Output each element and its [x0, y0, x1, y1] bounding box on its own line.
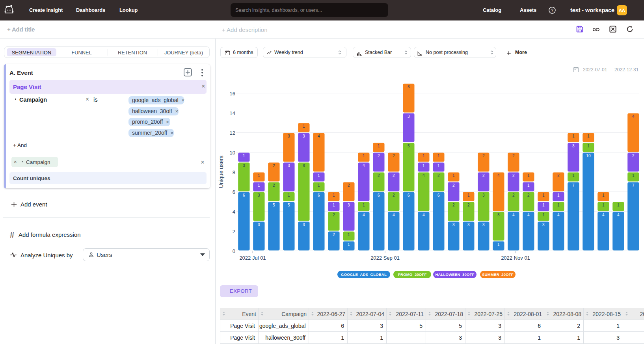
svg-text:1: 1 [363, 203, 365, 207]
svg-text:6: 6 [243, 193, 245, 197]
svg-text:2: 2 [452, 183, 455, 188]
svg-text:2: 2 [378, 154, 380, 158]
svg-text:3: 3 [243, 164, 245, 168]
svg-text:2: 2 [333, 213, 335, 217]
svg-text:1: 1 [587, 134, 590, 138]
svg-text:3: 3 [452, 223, 455, 227]
svg-text:1: 1 [452, 173, 455, 178]
svg-text:1: 1 [467, 193, 470, 197]
svg-text:4: 4 [363, 213, 365, 217]
svg-text:1: 1 [243, 154, 245, 158]
svg-text:1: 1 [527, 183, 530, 188]
svg-text:1: 1 [258, 173, 260, 178]
svg-text:2: 2 [527, 193, 530, 197]
svg-text:1: 1 [587, 144, 590, 148]
svg-text:14: 14 [230, 110, 235, 116]
svg-text:2: 2 [632, 154, 635, 158]
svg-text:1: 1 [378, 144, 380, 148]
svg-text:3: 3 [303, 134, 305, 138]
svg-text:3: 3 [288, 134, 290, 138]
svg-text:3: 3 [542, 223, 545, 227]
svg-text:2: 2 [452, 203, 455, 207]
svg-text:2: 2 [512, 193, 515, 197]
svg-text:5: 5 [273, 203, 275, 207]
svg-text:3: 3 [408, 85, 410, 89]
svg-text:3: 3 [408, 114, 410, 119]
svg-text:2: 2 [233, 229, 235, 234]
svg-text:1: 1 [423, 154, 425, 158]
svg-text:3: 3 [467, 223, 470, 227]
svg-text:1: 1 [602, 193, 605, 197]
svg-text:1: 1 [542, 213, 545, 217]
svg-text:1: 1 [333, 203, 335, 207]
svg-text:1: 1 [333, 193, 335, 197]
svg-text:1: 1 [303, 124, 305, 128]
svg-text:4: 4 [423, 173, 425, 178]
svg-text:2: 2 [482, 154, 485, 158]
svg-text:2: 2 [273, 164, 275, 168]
svg-text:4: 4 [512, 213, 515, 217]
svg-text:3: 3 [288, 164, 290, 168]
svg-text:6: 6 [378, 193, 380, 197]
svg-text:4: 4 [557, 213, 560, 217]
svg-text:1: 1 [632, 173, 635, 178]
svg-text:1: 1 [258, 183, 260, 188]
svg-text:2: 2 [512, 173, 515, 178]
svg-text:3: 3 [497, 213, 500, 217]
svg-text:1: 1 [542, 203, 545, 207]
svg-text:1: 1 [348, 232, 350, 237]
svg-text:2: 2 [273, 183, 275, 188]
svg-text:1: 1 [572, 134, 575, 138]
svg-text:6: 6 [233, 189, 235, 195]
svg-text:5: 5 [408, 144, 410, 148]
svg-text:4: 4 [602, 213, 605, 217]
svg-text:4: 4 [393, 213, 395, 217]
svg-text:1: 1 [542, 193, 545, 197]
svg-text:2: 2 [467, 203, 470, 207]
svg-text:2022 Sep 01: 2022 Sep 01 [370, 255, 400, 261]
svg-text:1: 1 [557, 203, 560, 207]
svg-text:6: 6 [408, 193, 410, 197]
svg-text:1: 1 [318, 183, 320, 188]
svg-text:2: 2 [348, 183, 350, 188]
svg-text:3: 3 [348, 203, 350, 207]
svg-text:7: 7 [632, 183, 635, 188]
svg-text:1: 1 [497, 242, 500, 247]
svg-text:3: 3 [482, 193, 485, 197]
svg-text:2: 2 [393, 154, 395, 158]
svg-text:16: 16 [230, 91, 235, 97]
svg-text:3: 3 [303, 223, 305, 227]
svg-text:4: 4 [632, 114, 635, 119]
svg-text:0: 0 [233, 248, 235, 254]
svg-text:2: 2 [393, 193, 395, 197]
svg-text:1: 1 [318, 173, 320, 178]
svg-text:2: 2 [333, 232, 335, 237]
svg-text:4: 4 [497, 173, 500, 178]
svg-text:1: 1 [572, 173, 575, 178]
svg-text:4: 4 [617, 213, 620, 217]
svg-text:5: 5 [288, 203, 290, 207]
svg-text:10: 10 [586, 154, 591, 158]
svg-text:1: 1 [602, 203, 605, 207]
svg-text:6: 6 [437, 193, 440, 197]
svg-text:3: 3 [258, 193, 260, 197]
svg-text:2: 2 [557, 173, 560, 178]
svg-text:2: 2 [437, 173, 440, 178]
svg-text:4: 4 [527, 213, 530, 217]
svg-text:3: 3 [572, 144, 575, 148]
svg-text:3: 3 [482, 223, 485, 227]
svg-text:Unique users: Unique users [218, 156, 224, 188]
svg-text:2022 Nov 01: 2022 Nov 01 [501, 255, 530, 261]
svg-text:?: ? [551, 8, 553, 13]
svg-text:2: 2 [378, 173, 380, 178]
svg-text:2: 2 [482, 173, 485, 178]
svg-text:4: 4 [363, 164, 365, 168]
svg-text:1: 1 [363, 154, 365, 158]
svg-text:10: 10 [230, 150, 235, 156]
svg-text:1: 1 [423, 164, 425, 168]
svg-text:2022 Jul 01: 2022 Jul 01 [239, 255, 266, 261]
svg-text:2: 2 [393, 173, 395, 178]
svg-text:8: 8 [233, 169, 235, 175]
svg-text:12: 12 [230, 130, 235, 136]
svg-text:6: 6 [303, 164, 305, 168]
